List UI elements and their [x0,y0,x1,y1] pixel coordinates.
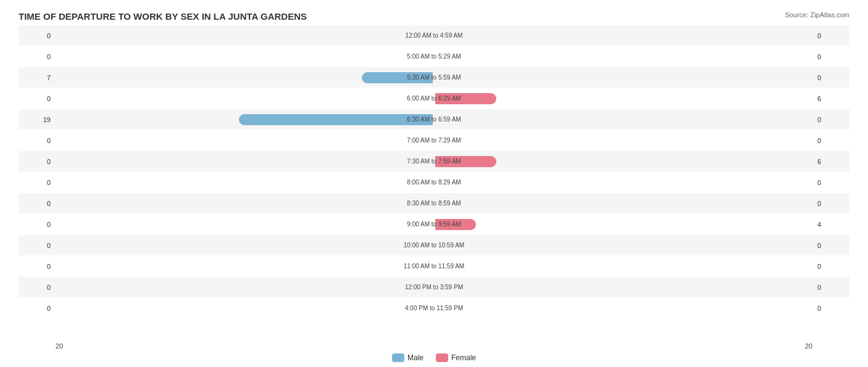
male-bar-container [56,281,434,294]
bars-wrapper: 7:00 AM to 7:29 AM [56,130,812,151]
male-value: 0 [19,242,56,249]
female-value: 0 [812,200,849,207]
bars-wrapper: 6:00 AM to 6:29 AM [56,88,812,109]
female-bar-container [434,281,812,294]
bars-wrapper: 9:00 AM to 9:59 AM [56,214,812,234]
bars-wrapper: 5:30 AM to 5:59 AM [56,67,812,88]
female-value: 6 [812,158,849,165]
male-bar-container [56,71,434,85]
chart-container: TIME OF DEPARTURE TO WORK BY SEX IN LA J… [0,0,868,367]
female-bar-container [434,302,812,315]
female-value: 6 [812,95,849,102]
time-label: 4:00 PM to 11:59 PM [405,305,463,311]
time-label: 5:00 AM to 5:29 AM [407,53,461,60]
axis-left: 20 [56,342,63,350]
bar-row: 012:00 PM to 3:59 PM0 [19,277,849,297]
time-label: 8:30 AM to 8:59 AM [407,200,461,207]
source-text: Source: ZipAtlas.com [785,11,849,19]
bar-row: 06:00 AM to 6:29 AM6 [19,88,849,109]
male-bar-container [56,239,434,252]
bar-row: 196:30 AM to 6:59 AM0 [19,109,849,130]
male-bar-container [56,197,434,210]
male-bar-container [56,29,434,43]
male-bar-container [56,50,434,64]
time-label: 12:00 AM to 4:59 AM [406,32,463,39]
bar-row: 75:30 AM to 5:59 AM0 [19,67,849,88]
female-bar-container [434,134,812,147]
male-value: 19 [19,116,56,123]
bar-row: 07:30 AM to 7:59 AM6 [19,151,849,171]
female-value: 0 [812,116,849,123]
bar-row: 05:00 AM to 5:29 AM0 [19,46,849,67]
female-bar-container [434,92,812,105]
female-bar-container [434,50,812,64]
bar-row: 04:00 PM to 11:59 PM0 [19,298,849,318]
bars-wrapper: 11:00 AM to 11:59 AM [56,256,812,276]
bar-row: 08:00 AM to 8:29 AM0 [19,172,849,192]
male-value: 0 [19,158,56,165]
female-value: 4 [812,221,849,228]
legend-male: Male [392,353,424,362]
male-bar-container [56,113,434,126]
bars-wrapper: 4:00 PM to 11:59 PM [56,298,812,318]
male-value: 0 [19,263,56,270]
axis-right: 20 [805,342,812,350]
bar-row: 09:00 AM to 9:59 AM4 [19,214,849,234]
legend-female: Female [436,353,476,362]
time-label: 6:00 AM to 6:29 AM [407,95,461,102]
time-label: 11:00 AM to 11:59 AM [404,263,464,270]
male-value: 0 [19,137,56,144]
female-value: 0 [812,53,849,60]
female-value: 0 [812,137,849,144]
time-label: 12:00 PM to 3:59 PM [405,284,463,291]
female-value: 0 [812,74,849,81]
chart-title: TIME OF DEPARTURE TO WORK BY SEX IN LA J… [19,11,849,22]
female-bar-container [434,260,812,273]
male-bar-container [56,218,434,231]
time-label: 9:00 AM to 9:59 AM [407,221,461,228]
female-swatch [436,353,448,362]
male-label: Male [407,353,424,362]
female-label: Female [451,353,476,362]
female-bar-container [434,218,812,231]
female-bar-container [434,155,812,168]
male-value: 0 [19,284,56,291]
time-label: 7:30 AM to 7:59 AM [407,158,461,165]
male-bar [239,114,433,125]
male-bar-container [56,260,434,273]
male-bar-container [56,302,434,315]
male-bar-container [56,155,434,168]
bar-row: 08:30 AM to 8:59 AM0 [19,193,849,213]
female-value: 0 [812,179,849,186]
male-value: 0 [19,95,56,102]
female-value: 0 [812,284,849,291]
female-bar-container [434,197,812,210]
male-value: 0 [19,305,56,312]
bottom-area: 20 20 Male Female [19,340,849,362]
bars-wrapper: 8:30 AM to 8:59 AM [56,193,812,213]
bars-wrapper: 8:00 AM to 8:29 AM [56,172,812,192]
female-bar-container [434,71,812,85]
bars-wrapper: 7:30 AM to 7:59 AM [56,151,812,171]
time-label: 7:00 AM to 7:29 AM [407,137,461,144]
bars-wrapper: 12:00 PM to 3:59 PM [56,277,812,297]
chart-area: 012:00 AM to 4:59 AM005:00 AM to 5:29 AM… [19,25,849,313]
male-value: 0 [19,32,56,39]
male-value: 0 [19,179,56,186]
time-label: 6:30 AM to 6:59 AM [407,116,461,123]
axis-labels: 20 20 [19,342,849,350]
bar-row: 012:00 AM to 4:59 AM0 [19,25,849,46]
female-value: 0 [812,32,849,39]
bar-row: 07:00 AM to 7:29 AM0 [19,130,849,151]
bar-row: 010:00 AM to 10:59 AM0 [19,235,849,255]
bars-wrapper: 10:00 AM to 10:59 AM [56,235,812,255]
legend: Male Female [19,353,849,362]
female-value: 0 [812,242,849,249]
time-label: 5:30 AM to 5:59 AM [407,74,461,81]
male-value: 0 [19,221,56,228]
male-bar-container [56,134,434,147]
female-bar-container [434,113,812,126]
female-bar-container [434,239,812,252]
female-bar-container [434,176,812,189]
female-value: 0 [812,305,849,312]
